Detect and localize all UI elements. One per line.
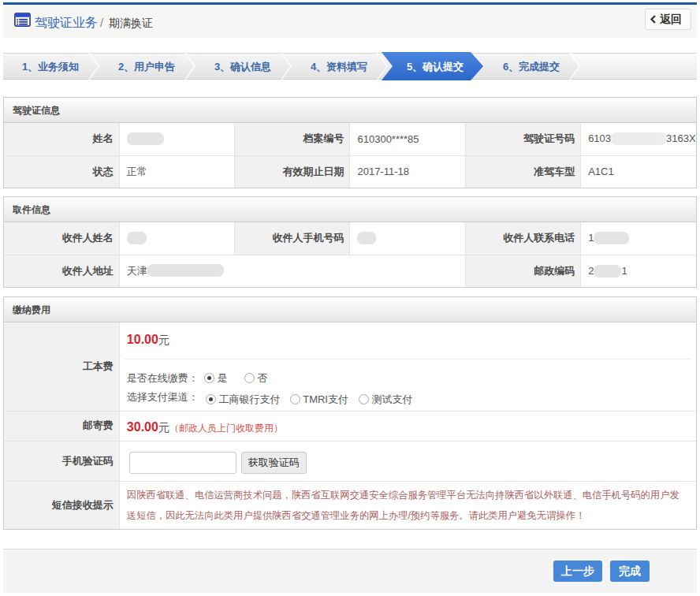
svg-text:3、确认信息: 3、确认信息 (214, 61, 271, 73)
svg-text:2、用户申告: 2、用户申告 (118, 61, 175, 73)
svg-text:1、业务须知: 1、业务须知 (22, 61, 79, 73)
svg-text:4、资料填写: 4、资料填写 (311, 61, 367, 73)
svg-text:5、确认提交: 5、确认提交 (407, 61, 464, 73)
svg-text:6、完成提交: 6、完成提交 (503, 61, 560, 73)
